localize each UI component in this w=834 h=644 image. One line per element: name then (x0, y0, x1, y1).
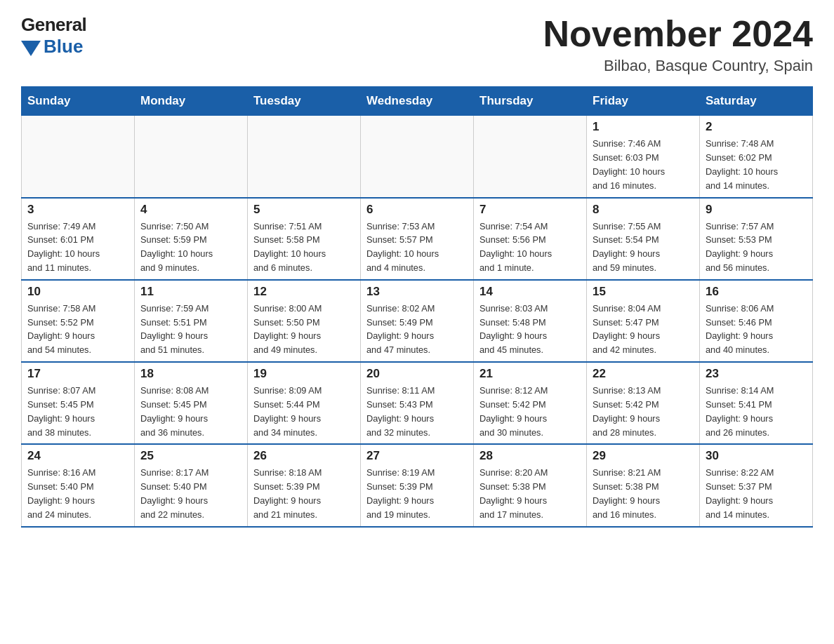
calendar-cell: 24Sunrise: 8:16 AMSunset: 5:40 PMDayligh… (22, 444, 135, 526)
calendar-cell: 21Sunrise: 8:12 AMSunset: 5:42 PMDayligh… (474, 362, 587, 444)
day-number: 27 (366, 449, 468, 463)
calendar-body: 1Sunrise: 7:46 AMSunset: 6:03 PMDaylight… (22, 116, 813, 527)
day-info: Sunrise: 7:49 AMSunset: 6:01 PMDaylight:… (27, 220, 128, 275)
calendar-cell: 28Sunrise: 8:20 AMSunset: 5:38 PMDayligh… (474, 444, 587, 526)
calendar-cell: 18Sunrise: 8:08 AMSunset: 5:45 PMDayligh… (135, 362, 248, 444)
day-info: Sunrise: 8:08 AMSunset: 5:45 PMDaylight:… (140, 384, 241, 439)
day-number: 28 (479, 449, 581, 463)
day-info: Sunrise: 7:46 AMSunset: 6:03 PMDaylight:… (593, 137, 694, 192)
calendar-header: SundayMondayTuesdayWednesdayThursdayFrid… (22, 87, 813, 116)
calendar-cell (22, 116, 135, 198)
day-info: Sunrise: 8:17 AMSunset: 5:40 PMDaylight:… (140, 466, 241, 521)
calendar-cell (248, 116, 361, 198)
calendar-cell: 8Sunrise: 7:55 AMSunset: 5:54 PMDaylight… (587, 198, 700, 280)
day-number: 5 (253, 203, 355, 217)
day-number: 8 (593, 203, 694, 217)
logo-triangle-icon (21, 41, 41, 56)
calendar-cell: 13Sunrise: 8:02 AMSunset: 5:49 PMDayligh… (361, 280, 474, 362)
day-info: Sunrise: 8:12 AMSunset: 5:42 PMDaylight:… (479, 384, 581, 439)
calendar-cell: 4Sunrise: 7:50 AMSunset: 5:59 PMDaylight… (135, 198, 248, 280)
day-info: Sunrise: 8:03 AMSunset: 5:48 PMDaylight:… (479, 302, 581, 357)
logo: General Blue (21, 14, 86, 58)
calendar-cell: 1Sunrise: 7:46 AMSunset: 6:03 PMDaylight… (587, 116, 700, 198)
calendar-cell: 14Sunrise: 8:03 AMSunset: 5:48 PMDayligh… (474, 280, 587, 362)
calendar-cell: 29Sunrise: 8:21 AMSunset: 5:38 PMDayligh… (587, 444, 700, 526)
calendar-cell: 25Sunrise: 8:17 AMSunset: 5:40 PMDayligh… (135, 444, 248, 526)
calendar-cell: 6Sunrise: 7:53 AMSunset: 5:57 PMDaylight… (361, 198, 474, 280)
day-info: Sunrise: 8:04 AMSunset: 5:47 PMDaylight:… (593, 302, 694, 357)
day-number: 17 (27, 367, 128, 381)
day-number: 21 (479, 367, 581, 381)
header-day-tuesday: Tuesday (248, 87, 361, 116)
calendar-cell: 3Sunrise: 7:49 AMSunset: 6:01 PMDaylight… (22, 198, 135, 280)
main-title: November 2024 (543, 14, 813, 54)
day-number: 12 (253, 285, 355, 299)
day-number: 26 (253, 449, 355, 463)
day-info: Sunrise: 8:13 AMSunset: 5:42 PMDaylight:… (593, 384, 694, 439)
subtitle: Bilbao, Basque Country, Spain (543, 57, 813, 75)
day-info: Sunrise: 8:14 AMSunset: 5:41 PMDaylight:… (706, 384, 807, 439)
day-info: Sunrise: 7:58 AMSunset: 5:52 PMDaylight:… (27, 302, 128, 357)
day-info: Sunrise: 8:02 AMSunset: 5:49 PMDaylight:… (366, 302, 468, 357)
day-number: 29 (593, 449, 694, 463)
day-info: Sunrise: 7:55 AMSunset: 5:54 PMDaylight:… (593, 220, 694, 275)
calendar-cell: 17Sunrise: 8:07 AMSunset: 5:45 PMDayligh… (22, 362, 135, 444)
header-day-monday: Monday (135, 87, 248, 116)
title-area: November 2024 Bilbao, Basque Country, Sp… (543, 14, 813, 75)
header-day-wednesday: Wednesday (361, 87, 474, 116)
calendar-cell: 10Sunrise: 7:58 AMSunset: 5:52 PMDayligh… (22, 280, 135, 362)
logo-blue-text: Blue (44, 36, 83, 58)
day-number: 24 (27, 449, 128, 463)
header-day-saturday: Saturday (700, 87, 813, 116)
day-number: 4 (140, 203, 241, 217)
calendar-cell: 2Sunrise: 7:48 AMSunset: 6:02 PMDaylight… (700, 116, 813, 198)
calendar-week-1: 1Sunrise: 7:46 AMSunset: 6:03 PMDaylight… (22, 116, 813, 198)
header-day-sunday: Sunday (22, 87, 135, 116)
day-info: Sunrise: 7:59 AMSunset: 5:51 PMDaylight:… (140, 302, 241, 357)
day-number: 11 (140, 285, 241, 299)
day-number: 23 (706, 367, 807, 381)
day-info: Sunrise: 7:50 AMSunset: 5:59 PMDaylight:… (140, 220, 241, 275)
day-info: Sunrise: 7:53 AMSunset: 5:57 PMDaylight:… (366, 220, 468, 275)
day-info: Sunrise: 8:06 AMSunset: 5:46 PMDaylight:… (706, 302, 807, 357)
day-number: 25 (140, 449, 241, 463)
day-number: 7 (479, 203, 581, 217)
header-day-friday: Friday (587, 87, 700, 116)
day-info: Sunrise: 8:19 AMSunset: 5:39 PMDaylight:… (366, 466, 468, 521)
day-number: 1 (593, 120, 694, 134)
header-day-thursday: Thursday (474, 87, 587, 116)
calendar-cell (361, 116, 474, 198)
day-number: 14 (479, 285, 581, 299)
day-number: 2 (706, 120, 807, 134)
day-info: Sunrise: 8:22 AMSunset: 5:37 PMDaylight:… (706, 466, 807, 521)
day-number: 10 (27, 285, 128, 299)
day-number: 30 (706, 449, 807, 463)
calendar-cell: 9Sunrise: 7:57 AMSunset: 5:53 PMDaylight… (700, 198, 813, 280)
calendar-week-4: 17Sunrise: 8:07 AMSunset: 5:45 PMDayligh… (22, 362, 813, 444)
calendar-week-3: 10Sunrise: 7:58 AMSunset: 5:52 PMDayligh… (22, 280, 813, 362)
logo-general-text: General (21, 14, 86, 36)
calendar-cell (474, 116, 587, 198)
calendar-week-5: 24Sunrise: 8:16 AMSunset: 5:40 PMDayligh… (22, 444, 813, 526)
calendar-week-2: 3Sunrise: 7:49 AMSunset: 6:01 PMDaylight… (22, 198, 813, 280)
day-number: 18 (140, 367, 241, 381)
day-number: 3 (27, 203, 128, 217)
calendar-cell: 23Sunrise: 8:14 AMSunset: 5:41 PMDayligh… (700, 362, 813, 444)
day-info: Sunrise: 8:07 AMSunset: 5:45 PMDaylight:… (27, 384, 128, 439)
day-info: Sunrise: 8:11 AMSunset: 5:43 PMDaylight:… (366, 384, 468, 439)
calendar-cell: 7Sunrise: 7:54 AMSunset: 5:56 PMDaylight… (474, 198, 587, 280)
calendar-cell: 27Sunrise: 8:19 AMSunset: 5:39 PMDayligh… (361, 444, 474, 526)
calendar-cell: 20Sunrise: 8:11 AMSunset: 5:43 PMDayligh… (361, 362, 474, 444)
day-number: 19 (253, 367, 355, 381)
day-info: Sunrise: 7:48 AMSunset: 6:02 PMDaylight:… (706, 137, 807, 192)
day-number: 6 (366, 203, 468, 217)
day-info: Sunrise: 8:00 AMSunset: 5:50 PMDaylight:… (253, 302, 355, 357)
calendar-cell: 12Sunrise: 8:00 AMSunset: 5:50 PMDayligh… (248, 280, 361, 362)
day-info: Sunrise: 8:20 AMSunset: 5:38 PMDaylight:… (479, 466, 581, 521)
day-number: 9 (706, 203, 807, 217)
calendar-cell: 11Sunrise: 7:59 AMSunset: 5:51 PMDayligh… (135, 280, 248, 362)
calendar-cell: 16Sunrise: 8:06 AMSunset: 5:46 PMDayligh… (700, 280, 813, 362)
day-info: Sunrise: 7:51 AMSunset: 5:58 PMDaylight:… (253, 220, 355, 275)
day-info: Sunrise: 8:16 AMSunset: 5:40 PMDaylight:… (27, 466, 128, 521)
day-number: 16 (706, 285, 807, 299)
